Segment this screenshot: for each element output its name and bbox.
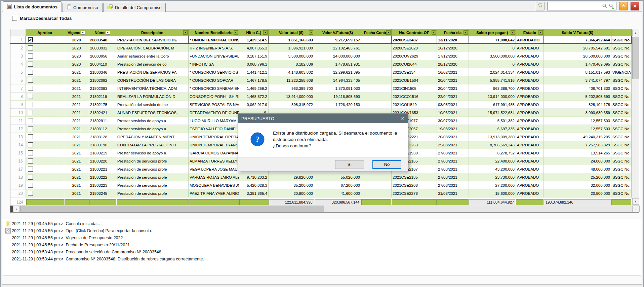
no-button[interactable]: No xyxy=(372,160,401,169)
column-header-vvf[interactable]: Valor V.Futura($) xyxy=(314,29,361,36)
cell-svf[interactable]: 25,200,000 xyxy=(544,173,611,181)
cell-fe[interactable]: 17/12/2020 xyxy=(437,52,469,60)
cell-vig[interactable]: 2021 xyxy=(64,125,89,133)
console-panel[interactable]: 2021-11-29 | 03:45:55 pm:> Consola inici… xyxy=(3,218,641,276)
cell-vvf[interactable]: 12,299,621,395 xyxy=(314,68,361,76)
cell-est[interactable]: APROBADO xyxy=(516,181,544,189)
cell-nit[interactable]: 1,469,259.2 xyxy=(239,84,269,93)
row-approve-checkbox[interactable] xyxy=(28,134,33,139)
cell-est[interactable]: APROBADO xyxy=(516,44,544,52)
cell-vig[interactable]: 2020 xyxy=(64,36,89,44)
cell-saldo[interactable]: 5,985,741,916 xyxy=(469,76,516,84)
cell-vvf[interactable]: 41,600,000 xyxy=(314,189,361,198)
cell-fe[interactable]: 31/08/2021 xyxy=(437,189,469,198)
cell-fe[interactable]: 20/08/2021 xyxy=(437,133,469,141)
cell-contr[interactable]: 2020CSE2487 xyxy=(392,36,437,44)
cell-num[interactable]: 21803112 xyxy=(89,125,116,133)
cell-num[interactable]: 20804110 xyxy=(89,60,116,68)
row-approve-checkbox[interactable] xyxy=(28,94,33,99)
cell-vig[interactable]: 2021 xyxy=(64,165,89,173)
column-header-est[interactable]: Estado▼ xyxy=(516,29,544,36)
scroll-right-icon[interactable]: › xyxy=(632,206,640,212)
cell-vig[interactable]: 2021 xyxy=(64,117,89,125)
cell-benef[interactable]: * CONSORCIO SOPCAR xyxy=(189,76,239,84)
cell-ssgc[interactable]: SSGC No. xyxy=(611,149,632,157)
cell-ssgc[interactable]: SSGC No. xyxy=(611,44,632,52)
cell-contr[interactable]: 2020COI2644 xyxy=(392,60,437,68)
cell-vvf[interactable]: 14,964,333,405 xyxy=(314,76,361,84)
row-approve-checkbox[interactable] xyxy=(28,78,33,83)
row-approve-checkbox[interactable] xyxy=(28,53,33,59)
cell-fe[interactable]: 28/12/2020 xyxy=(437,60,469,68)
cell-num[interactable]: 21803223 xyxy=(89,181,116,189)
column-header-aprobar[interactable]: Aprobar xyxy=(26,29,64,36)
cell-fc[interactable] xyxy=(361,101,392,109)
row-approve-checkbox[interactable] xyxy=(28,86,33,91)
cell-vvf[interactable]: 24,000,000,000 xyxy=(314,52,361,60)
cell-num[interactable]: 21803219 xyxy=(89,149,116,157)
cell-est[interactable]: APROBADO xyxy=(516,157,544,165)
cell-num[interactable]: 21803222 xyxy=(89,173,116,181)
table-row[interactable]: 4202020804110Prestación del servicio de … xyxy=(10,60,632,68)
filter-dropdown-icon[interactable]: ▼ xyxy=(263,30,268,35)
cell-vig[interactable]: 2021 xyxy=(64,149,89,157)
column-header-vt[interactable]: Valor total ($)▼ xyxy=(269,29,314,36)
cell-fe[interactable]: 25/08/2021 xyxy=(437,141,469,149)
refresh-button[interactable] xyxy=(536,2,545,10)
cell-est[interactable]: APROBADO xyxy=(516,125,544,133)
cell-desc[interactable]: Prestación de servicios profe xyxy=(116,157,189,165)
cell-fc[interactable] xyxy=(361,181,392,189)
star-button[interactable] xyxy=(619,2,628,10)
table-row[interactable]: 9202121802175Prestación del servicio de … xyxy=(10,101,632,109)
cell-vt[interactable]: 3,500,000,000 xyxy=(269,52,314,60)
cell-fe[interactable]: 20/04/2021 xyxy=(437,84,469,93)
cell-svf[interactable]: 1,470,469,095 xyxy=(544,60,611,68)
cell-benef[interactable]: CONSORCIO PORH - SH RÍO BO xyxy=(189,93,239,101)
cell-fe[interactable]: 03/05/2021 xyxy=(437,101,469,109)
cell-vvf[interactable]: 1,370,091,030 xyxy=(314,84,361,93)
cell-ssgc[interactable]: SSGC No. xyxy=(611,76,632,84)
search-next-icon[interactable] xyxy=(609,3,615,10)
table-row[interactable]: 6202121802092CONSTRUCCIÓN DE LAS OBRA* C… xyxy=(10,76,632,84)
cell-vig[interactable]: 2021 xyxy=(64,157,89,165)
cell-svf[interactable]: 13,514,265 xyxy=(544,149,611,157)
cell-vig[interactable]: 2021 xyxy=(64,133,89,141)
cell-benef[interactable]: * CONSORCIO SERVICIOS INTE xyxy=(189,68,239,76)
cell-benef[interactable]: PAEZ TRIANA YAER ALIRIO xyxy=(189,189,239,198)
cell-vt[interactable]: 20,800,000 xyxy=(269,189,314,198)
filter-dropdown-icon[interactable]: ▼ xyxy=(432,30,436,35)
cell-fc[interactable] xyxy=(361,93,392,101)
cell-vig[interactable]: 2021 xyxy=(64,101,89,109)
cell-fc[interactable] xyxy=(361,36,392,44)
cell-fe[interactable]: 10/06/2021 xyxy=(437,109,469,117)
cell-contr[interactable]: 2021COI1549 xyxy=(392,101,437,109)
cell-benef[interactable]: FUNDACION UNIVERSIDAD DEL xyxy=(189,52,239,60)
cell-ssgc[interactable]: VIGENCIA xyxy=(611,68,632,76)
column-header-benef[interactable]: Nombre Beneficiario▼ xyxy=(189,29,239,36)
cell-benef[interactable]: DEPARTAMENTO DE CUNDINAM xyxy=(189,109,239,117)
row-approve-checkbox[interactable] xyxy=(28,175,33,180)
cell-desc[interactable]: Prestar servicios de apoyo a xyxy=(116,117,189,125)
cell-fc[interactable] xyxy=(361,84,392,93)
cell-nit[interactable]: 3,381,865.4 xyxy=(239,189,269,198)
cell-saldo[interactable]: 5,501,382 xyxy=(469,117,516,125)
cell-saldo[interactable]: 13,914,000,000 xyxy=(469,93,516,101)
cell-vig[interactable]: 2021 xyxy=(64,76,89,84)
row-approve-checkbox[interactable] xyxy=(28,191,33,196)
cell-desc[interactable]: Prestar servicios de apoyo a xyxy=(116,125,189,133)
cell-contr[interactable]: 2021CSE2208 xyxy=(392,181,437,189)
filter-dropdown-icon[interactable]: ▼ xyxy=(309,30,313,35)
cell-desc[interactable]: INTERVENTORÍA TÉCNICA, ADM xyxy=(116,84,189,93)
row-approve-checkbox[interactable] xyxy=(28,167,33,172)
cell-desc[interactable]: CONSTRUCCIÓN DE LAS OBRA xyxy=(116,76,189,84)
horizontal-scrollbar[interactable]: ‹› xyxy=(10,205,640,212)
cell-vt[interactable]: 13,914,000,000 xyxy=(269,93,314,101)
row-approve-checkbox[interactable] xyxy=(28,158,33,164)
cell-vt[interactable]: 29,820,000 xyxy=(269,173,314,181)
cell-est[interactable]: APROBADO xyxy=(516,101,544,109)
cell-ssgc[interactable]: SSGC No. xyxy=(611,60,632,68)
cell-svf[interactable]: 48,000,000 xyxy=(544,165,611,173)
filter-dropdown-icon[interactable]: ▼ xyxy=(386,30,391,35)
table-row[interactable]: 19202121803223Prestación de servicios pr… xyxy=(10,181,632,189)
cell-saldo[interactable]: 43,200,000 xyxy=(469,165,516,173)
